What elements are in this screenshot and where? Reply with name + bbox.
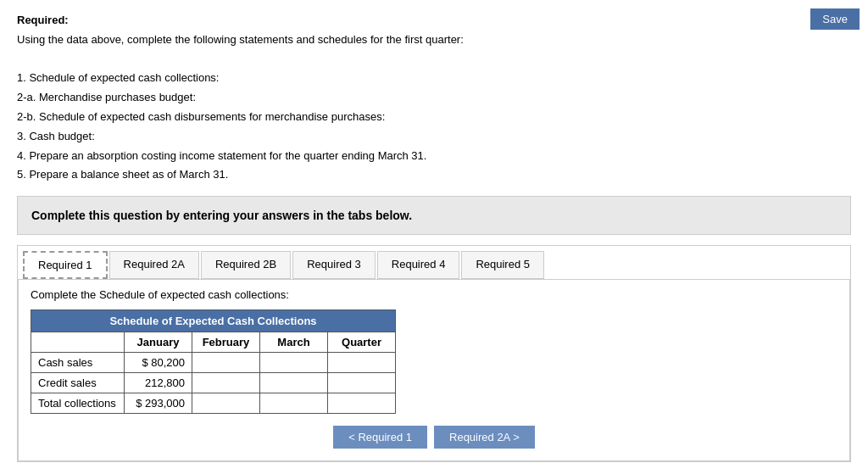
tab-required5[interactable]: Required 5 [461, 251, 544, 279]
row-cash-sales-feb[interactable] [192, 353, 260, 373]
prev-button[interactable]: < Required 1 [333, 426, 427, 449]
row-total-qtr[interactable] [328, 393, 396, 414]
row-credit-sales-mar[interactable] [260, 373, 328, 393]
tab-required2a[interactable]: Required 2A [109, 251, 199, 279]
tab-content: Complete the Schedule of expected cash c… [18, 280, 850, 461]
question-box: Complete this question by entering your … [17, 196, 851, 235]
row-credit-sales-label: Credit sales [31, 373, 125, 393]
row-total-mar[interactable] [260, 393, 328, 414]
instruction-2b: 2-b. Schedule of expected cash disbursem… [17, 109, 851, 126]
col-label-header [31, 332, 125, 353]
row-cash-sales-label: Cash sales [31, 353, 125, 373]
row-credit-sales-qtr[interactable] [328, 373, 396, 393]
tabs-container: Required 1 Required 2A Required 2B Requi… [17, 245, 851, 462]
row-cash-sales-mar[interactable] [260, 353, 328, 373]
row-total-jan[interactable]: $ 293,000 [125, 393, 192, 414]
next-button[interactable]: Required 2A > [434, 426, 535, 449]
tab-required4[interactable]: Required 4 [377, 251, 460, 279]
col-march-header: March [260, 332, 328, 353]
instruction-3: 3. Cash budget: [17, 128, 851, 146]
col-february-header: February [192, 332, 260, 353]
question-box-text: Complete this question by entering your … [31, 209, 412, 222]
instruction-4: 4. Prepare an absorption costing income … [17, 148, 851, 165]
col-january-header: January [125, 332, 192, 353]
save-button[interactable]: Save [810, 8, 860, 30]
instruction-2a: 2-a. Merchandise purchases budget: [17, 89, 851, 107]
table-row: Credit sales 212,800 [31, 373, 396, 393]
required-label: Required: [17, 12, 851, 30]
tabs-row: Required 1 Required 2A Required 2B Requi… [18, 246, 850, 280]
schedule-table: Schedule of Expected Cash Collections Ja… [31, 309, 396, 414]
instruction-5: 5. Prepare a balance sheet as of March 3… [17, 166, 851, 184]
col-quarter-header: Quarter [328, 332, 396, 353]
row-credit-sales-feb[interactable] [192, 373, 260, 393]
tab-instruction: Complete the Schedule of expected cash c… [31, 288, 837, 301]
instruction-1: 1. Schedule of expected cash collections… [17, 70, 851, 87]
tab-required3[interactable]: Required 3 [292, 251, 376, 279]
row-credit-sales-jan[interactable]: 212,800 [125, 373, 192, 393]
row-cash-sales-jan[interactable]: $ 80,200 [125, 353, 192, 373]
instructions-intro: Using the data above, complete the follo… [17, 31, 851, 49]
schedule-title: Schedule of Expected Cash Collections [31, 310, 396, 332]
nav-buttons: < Required 1 Required 2A > [31, 426, 837, 449]
row-total-feb[interactable] [192, 393, 260, 414]
table-row: Cash sales $ 80,200 [31, 353, 396, 373]
row-total-label: Total collections [31, 393, 125, 414]
tab-required1[interactable]: Required 1 [23, 251, 108, 279]
row-cash-sales-qtr[interactable] [328, 353, 396, 373]
tab-required2b[interactable]: Required 2B [201, 251, 291, 279]
table-row: Total collections $ 293,000 [31, 393, 396, 414]
